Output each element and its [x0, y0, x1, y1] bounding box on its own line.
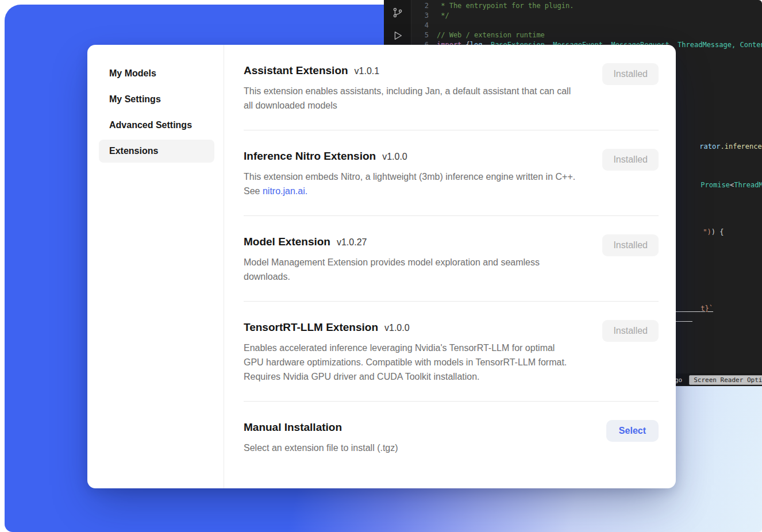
editor-code-area: 2 * The entrypoint for the plugin. 3 */ …	[411, 1, 762, 50]
line-number: 3	[411, 11, 429, 21]
extension-row-tensorrt-llm: TensortRT-LLM Extension v1.0.0 Enables a…	[244, 302, 659, 402]
extension-version: v1.0.1	[355, 66, 380, 76]
extension-description: Enables accelerated inference leveraging…	[244, 341, 577, 384]
nitro-jan-ai-link[interactable]: nitro.jan.ai.	[263, 186, 307, 196]
code-string: ")	[703, 228, 711, 236]
code-fragment-promise: Promise<ThreadMessage>	[676, 171, 762, 200]
code-line-2: 2 * The entrypoint for the plugin.	[411, 1, 762, 11]
code-comment: // Web / extension runtime	[429, 30, 545, 40]
code-variable: rator	[699, 142, 720, 151]
extension-description: This extension embeds Nitro, a lightweig…	[244, 169, 577, 198]
select-file-button[interactable]: Select	[606, 420, 659, 442]
extensions-list: Assistant Extension v1.0.1 This extensio…	[224, 45, 676, 488]
extension-name: Inference Nitro Extension	[244, 149, 376, 164]
extension-row-inference-nitro: Inference Nitro Extension v1.0.0 This ex…	[244, 130, 659, 216]
line-number: 5	[411, 30, 429, 40]
code-line-5: 5 // Web / extension runtime	[411, 30, 762, 40]
code-template-string: t}`	[701, 304, 713, 313]
code-line-3: 3 */	[411, 11, 762, 21]
settings-sidebar: My Models My Settings Advanced Settings …	[87, 45, 224, 488]
sidebar-item-advanced-settings[interactable]: Advanced Settings	[99, 114, 214, 137]
installed-button[interactable]: Installed	[602, 149, 659, 171]
source-control-icon[interactable]	[391, 6, 405, 20]
code-function: .inference	[720, 142, 761, 151]
extension-version: v1.0.27	[337, 237, 367, 248]
code-fragment-inference: rator.inference(data));	[675, 132, 762, 161]
sidebar-item-my-models[interactable]: My Models	[99, 62, 214, 85]
run-icon[interactable]	[391, 29, 405, 43]
extension-description: This extension enables assistants, inclu…	[244, 84, 577, 113]
extension-name: Assistant Extension	[244, 63, 348, 78]
screenshot-root: 2 * The entrypoint for the plugin. 3 */ …	[0, 0, 762, 532]
manual-installation-description: Select an extension file to install (.tg…	[244, 441, 577, 455]
extension-version: v1.0.0	[384, 323, 410, 333]
extension-name: Model Extension	[244, 234, 330, 249]
code-comment: * The entrypoint for the plugin.	[429, 1, 574, 11]
extension-version: v1.0.0	[382, 152, 407, 162]
settings-panel: My Models My Settings Advanced Settings …	[87, 45, 676, 488]
code-fragment-brace: ")) {	[678, 218, 724, 247]
extension-name: TensortRT-LLM Extension	[244, 320, 378, 335]
extension-description: Model Management Extension provides mode…	[244, 255, 577, 284]
code-empty	[429, 21, 437, 30]
extension-row-assistant: Assistant Extension v1.0.1 This extensio…	[244, 45, 659, 130]
code-plain: ) {	[711, 228, 724, 236]
installed-button[interactable]: Installed	[602, 63, 659, 85]
installed-button[interactable]: Installed	[602, 320, 659, 342]
manual-installation-title: Manual Installation	[244, 420, 342, 435]
sidebar-item-extensions[interactable]: Extensions	[99, 140, 214, 163]
manual-installation-row: Manual Installation Select an extension …	[244, 402, 659, 472]
code-fragment-template: t}`	[676, 294, 713, 323]
sidebar-item-my-settings[interactable]: My Settings	[99, 88, 214, 111]
extension-row-model: Model Extension v1.0.27 Model Management…	[244, 216, 659, 302]
screen-reader-badge[interactable]: Screen Reader Optimized	[689, 375, 762, 385]
code-type: Promise	[701, 181, 730, 189]
line-number: 4	[411, 21, 429, 30]
code-line-4: 4	[411, 21, 762, 30]
line-number: 2	[411, 1, 429, 11]
installed-button[interactable]: Installed	[602, 234, 659, 256]
code-comment: */	[429, 11, 449, 21]
code-generic-type: ThreadMessage>	[734, 181, 762, 189]
